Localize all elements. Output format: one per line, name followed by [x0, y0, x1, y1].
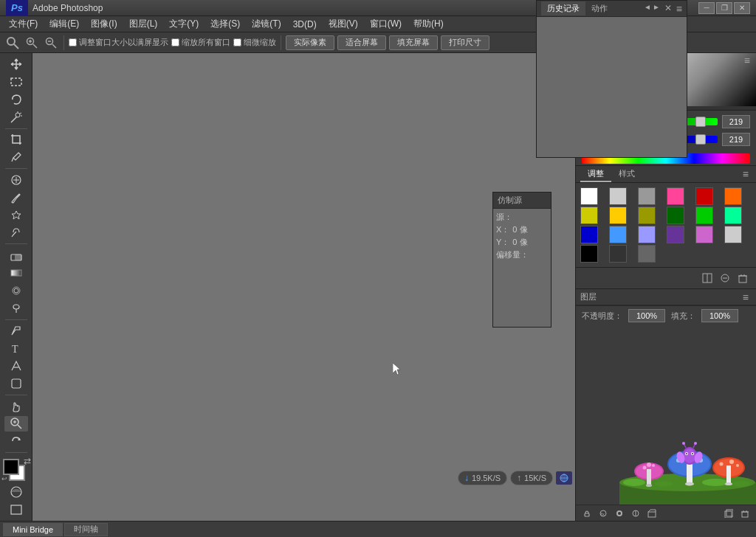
swatch-0[interactable]: [580, 187, 598, 205]
zoom-all-option[interactable]: 缩放所有窗口: [171, 37, 230, 48]
close-button[interactable]: ✕: [734, 2, 750, 14]
swatch-18[interactable]: [580, 245, 598, 263]
g-value-input[interactable]: [722, 115, 750, 128]
tool-text[interactable]: T: [4, 340, 28, 356]
layers-menu-btn[interactable]: ≡: [740, 291, 752, 303]
layers-delete-icon[interactable]: [738, 507, 752, 520]
resize-window-checkbox[interactable]: [69, 38, 77, 46]
tool-shape[interactable]: [4, 375, 28, 392]
history-panel-close[interactable]: ✕: [664, 3, 672, 15]
swatch-12[interactable]: [580, 226, 598, 243]
swatch-4[interactable]: [695, 187, 713, 205]
swatch-icon-delete[interactable]: [735, 271, 750, 285]
scrubby-zoom-checkbox[interactable]: [233, 38, 241, 46]
panel-menu-icon[interactable]: ≡: [741, 55, 753, 66]
menu-file[interactable]: 文件(F): [3, 16, 44, 32]
menu-view[interactable]: 视图(V): [323, 16, 364, 32]
minimize-button[interactable]: ─: [698, 2, 715, 14]
tool-path-select[interactable]: [4, 358, 28, 374]
layers-group-icon[interactable]: [645, 507, 659, 520]
swatch-icon-2[interactable]: [718, 271, 732, 285]
swatch-3[interactable]: [667, 187, 684, 205]
swatch-2[interactable]: [638, 187, 656, 205]
tool-pen[interactable]: [4, 322, 28, 339]
swatch-17[interactable]: [724, 226, 742, 243]
foreground-color[interactable]: [3, 459, 19, 475]
swatch-14[interactable]: [638, 226, 656, 243]
tool-crop[interactable]: [4, 131, 28, 148]
layers-mask-icon[interactable]: [613, 507, 626, 520]
tab-styles[interactable]: 样式: [611, 167, 642, 182]
menu-text[interactable]: 文字(Y): [163, 16, 205, 32]
swatch-1[interactable]: [609, 187, 627, 205]
menu-window[interactable]: 窗口(W): [364, 16, 408, 32]
swatch-icon-1[interactable]: [700, 271, 715, 285]
menu-filter[interactable]: 滤镜(T): [246, 16, 286, 32]
tool-eraser[interactable]: [4, 247, 28, 263]
swatch-6[interactable]: [580, 207, 598, 224]
fit-screen-button[interactable]: 适合屏幕: [337, 35, 386, 50]
restore-button[interactable]: ❐: [716, 2, 732, 14]
zoom-out-icon[interactable]: [43, 35, 59, 51]
swatch-11[interactable]: [724, 207, 742, 224]
tool-quick-mask[interactable]: [4, 484, 28, 500]
b-value-input[interactable]: [722, 133, 750, 146]
swatch-20[interactable]: [638, 245, 656, 263]
menu-image[interactable]: 图像(I): [85, 16, 123, 32]
tab-adjust[interactable]: 调整: [580, 167, 611, 182]
tab-actions[interactable]: 动作: [585, 1, 614, 15]
zoom-all-checkbox[interactable]: [171, 38, 179, 46]
swatch-16[interactable]: [695, 226, 713, 243]
g-slider-thumb[interactable]: [695, 117, 706, 127]
history-panel-expand[interactable]: ►: [653, 3, 660, 15]
tool-lasso[interactable]: [4, 91, 28, 108]
swatch-13[interactable]: [609, 226, 627, 243]
swatch-19[interactable]: [609, 245, 627, 263]
tab-mini-bridge[interactable]: Mini Bridge: [3, 523, 63, 536]
fill-screen-button[interactable]: 填充屏幕: [389, 35, 438, 50]
tool-clone-stamp[interactable]: [4, 207, 28, 224]
swatch-7[interactable]: [609, 207, 627, 224]
tool-magic-wand[interactable]: [4, 109, 28, 125]
tool-dodge[interactable]: [4, 300, 28, 316]
resize-window-option[interactable]: 调整窗口大小以满屏显示: [69, 37, 168, 48]
tool-zoom[interactable]: [4, 416, 28, 432]
b-slider-thumb[interactable]: [695, 134, 706, 145]
swatch-15[interactable]: [667, 226, 684, 243]
tool-history-brush[interactable]: [4, 224, 28, 240]
fg-bg-color-picker[interactable]: ⇄ ↩: [3, 459, 30, 479]
tab-timeline[interactable]: 时间轴: [64, 523, 108, 536]
swatch-10[interactable]: [695, 207, 713, 224]
menu-3d[interactable]: 3D(D): [287, 18, 323, 31]
tab-history[interactable]: 历史记录: [541, 1, 585, 15]
layers-new-icon[interactable]: [722, 507, 735, 520]
swatch-9[interactable]: [667, 207, 684, 224]
tool-screen-mode[interactable]: [4, 502, 28, 518]
fill-input[interactable]: [701, 309, 738, 322]
tool-heal[interactable]: [4, 172, 28, 188]
history-panel-collapse[interactable]: ◄: [644, 3, 651, 15]
tool-gradient[interactable]: [4, 265, 28, 281]
tool-rotate-view[interactable]: [4, 433, 28, 449]
layers-link-icon[interactable]: [580, 507, 594, 520]
reset-colors-icon[interactable]: ↩: [1, 475, 7, 482]
swatch-5[interactable]: [724, 187, 742, 205]
menu-select[interactable]: 选择(S): [205, 16, 246, 32]
print-size-button[interactable]: 打印尺寸: [441, 35, 489, 50]
tool-hand[interactable]: [4, 398, 28, 415]
tool-blur[interactable]: [4, 283, 28, 299]
scrubby-zoom-option[interactable]: 细微缩放: [233, 37, 276, 48]
opacity-input[interactable]: [628, 309, 665, 322]
adjust-panel-menu[interactable]: ≡: [740, 168, 752, 180]
menu-edit[interactable]: 编辑(E): [44, 16, 85, 32]
tool-move[interactable]: [4, 56, 28, 72]
menu-layer[interactable]: 图层(L): [123, 16, 164, 32]
layers-fx-icon[interactable]: fx: [597, 507, 610, 520]
tool-select-rect[interactable]: [4, 74, 28, 90]
layers-adj-icon[interactable]: [629, 507, 642, 520]
actual-pixels-button[interactable]: 实际像素: [286, 35, 334, 50]
tool-brush[interactable]: [4, 190, 28, 206]
history-panel-menu[interactable]: ≡: [676, 3, 682, 15]
zoom-in-icon[interactable]: [24, 35, 40, 51]
menu-help[interactable]: 帮助(H): [408, 16, 450, 32]
